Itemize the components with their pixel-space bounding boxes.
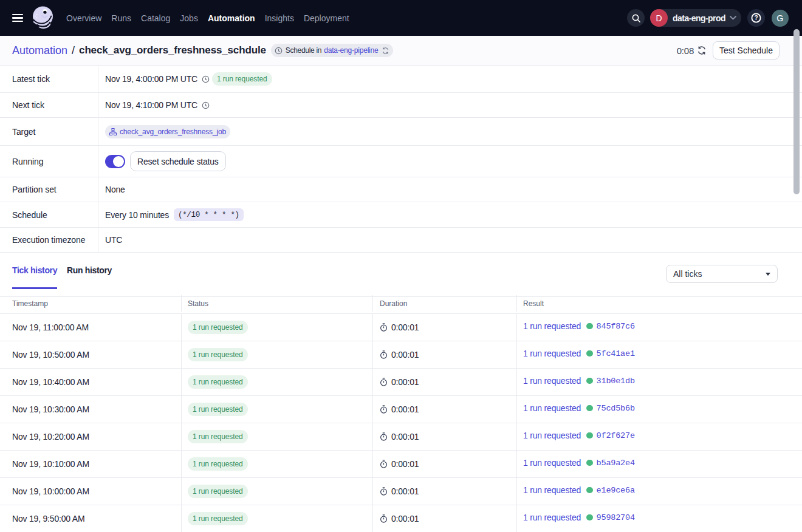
svg-text:?: ? (754, 15, 758, 21)
